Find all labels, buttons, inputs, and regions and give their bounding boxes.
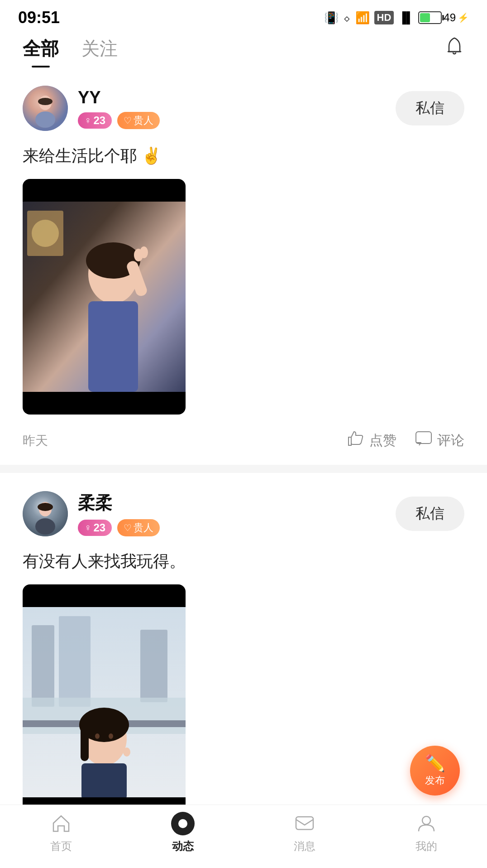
message-btn-1[interactable]: 私信 xyxy=(396,91,464,125)
comment-label-1: 评论 xyxy=(437,431,464,450)
post-card-1: YY 23 贵人 私信 来给生活比个耶 ✌ xyxy=(0,68,487,465)
section-divider xyxy=(0,465,487,473)
user-info-2: 柔柔 23 贵人 xyxy=(23,491,160,536)
post-time-1: 昨天 xyxy=(23,432,48,449)
svg-point-17 xyxy=(38,503,53,511)
mine-icon xyxy=(414,811,439,836)
level-badge-2: 23 xyxy=(78,520,112,536)
svg-rect-19 xyxy=(32,625,54,707)
username-2: 柔柔 xyxy=(78,492,160,515)
post-img-main-1 xyxy=(23,202,186,392)
nav-label-feed: 动态 xyxy=(172,839,194,854)
nav-item-mine[interactable]: 我的 xyxy=(399,811,454,854)
nav-item-home[interactable]: 首页 xyxy=(34,811,88,854)
svg-point-30 xyxy=(123,747,130,757)
avatar-1[interactable] xyxy=(23,86,68,131)
charging-icon: ⚡ xyxy=(458,12,469,23)
status-icons: 📳 ⬦ 📶 HD ▐▌ 49 ⚡ xyxy=(324,10,469,25)
ren-badge-1: 贵人 xyxy=(117,112,160,129)
badges-1: 23 贵人 xyxy=(78,112,160,129)
battery-percent: 49 xyxy=(444,11,456,24)
nav-label-mine: 我的 xyxy=(415,839,437,854)
svg-rect-20 xyxy=(59,616,91,707)
svg-rect-6 xyxy=(88,301,138,392)
status-bar: 09:51 📳 ⬦ 📶 HD ▐▌ 49 ⚡ xyxy=(0,0,487,32)
post-footer-1: 昨天 点赞 评论 xyxy=(23,425,464,456)
post-card-2: 柔柔 23 贵人 私信 有没有人来找我玩得。 xyxy=(0,473,487,840)
post-img-top-bar-2 xyxy=(23,584,186,607)
svg-point-3 xyxy=(38,98,53,105)
svg-point-29 xyxy=(109,733,113,739)
svg-point-2 xyxy=(35,111,55,128)
like-icon-1 xyxy=(347,430,365,451)
notification-bell[interactable] xyxy=(444,36,464,61)
like-label-1: 点赞 xyxy=(369,431,396,450)
fab-edit-icon: ✏️ xyxy=(425,754,445,773)
publish-fab[interactable]: ✏️ 发布 xyxy=(410,746,460,796)
message-btn-2[interactable]: 私信 xyxy=(396,497,464,531)
battery-indicator: 49 ⚡ xyxy=(418,11,469,24)
top-tabs: 全部 关注 xyxy=(0,32,487,68)
user-meta-1: YY 23 贵人 xyxy=(78,88,160,129)
user-row-2: 柔柔 23 贵人 私信 xyxy=(23,491,464,536)
username-1: YY xyxy=(78,88,160,107)
nav-label-home: 首页 xyxy=(50,839,72,854)
post-text-1: 来给生活比个耶 ✌ xyxy=(23,144,464,168)
post-img-main-2 xyxy=(23,607,186,797)
svg-rect-13 xyxy=(416,432,431,444)
svg-point-10 xyxy=(140,246,148,258)
svg-rect-21 xyxy=(140,630,167,702)
post-image-1[interactable] xyxy=(23,179,186,415)
fab-label: 发布 xyxy=(425,774,445,787)
badges-2: 23 贵人 xyxy=(78,519,160,536)
post-image-2[interactable] xyxy=(23,584,186,820)
bluetooth-icon: ⬦ xyxy=(343,10,351,25)
svg-rect-27 xyxy=(81,725,89,761)
home-icon xyxy=(48,811,74,836)
comment-icon-1 xyxy=(415,430,433,451)
like-btn-1[interactable]: 点赞 xyxy=(347,430,396,451)
user-meta-2: 柔柔 23 贵人 xyxy=(78,492,160,536)
user-info-1: YY 23 贵人 xyxy=(23,86,160,131)
feed-icon xyxy=(170,811,196,836)
post-img-top-bar-1 xyxy=(23,179,186,202)
tab-all[interactable]: 全部 xyxy=(23,36,59,68)
user-row-1: YY 23 贵人 私信 xyxy=(23,86,464,131)
post-text-2: 有没有人来找我玩得。 xyxy=(23,549,464,574)
svg-point-12 xyxy=(32,220,59,247)
signal-icon: ▐▌ xyxy=(398,11,414,24)
vibrate-icon: 📳 xyxy=(324,11,339,25)
avatar-2[interactable] xyxy=(23,491,68,536)
post-actions-1: 点赞 评论 xyxy=(347,430,464,451)
svg-point-28 xyxy=(95,733,100,739)
ren-badge-2: 贵人 xyxy=(117,519,160,536)
nav-item-feed[interactable]: 动态 xyxy=(156,811,210,854)
nav-item-message[interactable]: 消息 xyxy=(277,811,332,854)
bottom-nav: 首页 动态 消息 我的 xyxy=(0,805,487,868)
svg-rect-25 xyxy=(81,763,127,797)
comment-btn-1[interactable]: 评论 xyxy=(415,430,464,451)
status-time: 09:51 xyxy=(18,8,60,27)
post-img-bottom-bar-1 xyxy=(23,392,186,415)
svg-rect-31 xyxy=(296,817,313,829)
svg-point-32 xyxy=(422,816,430,825)
hd-icon: HD xyxy=(374,11,394,24)
tab-following[interactable]: 关注 xyxy=(81,36,118,68)
nav-label-message: 消息 xyxy=(294,839,315,854)
svg-point-16 xyxy=(35,518,55,535)
message-icon xyxy=(292,811,317,836)
level-badge-1: 23 xyxy=(78,112,112,129)
wifi-icon: 📶 xyxy=(355,11,370,25)
